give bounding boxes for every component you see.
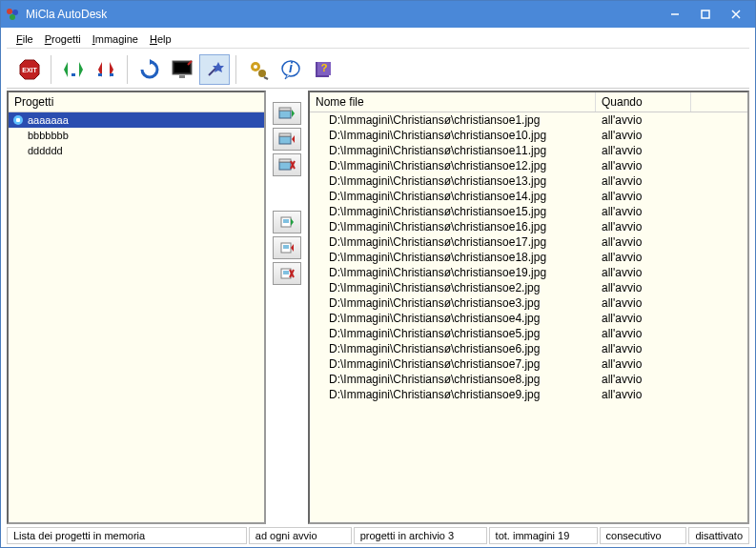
tool-gears[interactable] [243, 54, 274, 85]
close-button[interactable] [721, 4, 751, 25]
file-when: all'avvio [596, 311, 691, 326]
tool-arrows-green[interactable] [58, 54, 89, 85]
mid-btn-2[interactable] [273, 128, 301, 151]
statusbar: Lista dei progetti in memoria ad ogni av… [7, 526, 749, 545]
file-when: all'avvio [596, 265, 691, 280]
table-row[interactable]: D:\Immagini\Christiansø\christiansoe13.j… [310, 173, 747, 189]
project-item[interactable]: aaaaaaa [9, 112, 264, 128]
svg-rect-28 [279, 162, 291, 170]
tool-monitor[interactable] [167, 54, 197, 85]
menubar: File Progetti Immagine Help [7, 30, 749, 49]
file-when: all'avvio [596, 387, 691, 402]
file-when: all'avvio [596, 143, 691, 158]
file-path: D:\Immagini\Christiansø\christiansoe4.jp… [310, 311, 596, 326]
table-row[interactable]: D:\Immagini\Christiansø\christiansoe3.jp… [310, 295, 747, 311]
file-when: all'avvio [596, 189, 691, 204]
separator [51, 55, 52, 84]
minimize-button[interactable] [660, 4, 690, 25]
project-list[interactable]: aaaaaaabbbbbbbdddddd [9, 112, 264, 522]
file-when: all'avvio [596, 173, 691, 189]
svg-rect-24 [279, 111, 291, 118]
table-row[interactable]: D:\Immagini\Christiansø\christiansoe18.j… [310, 250, 747, 265]
table-row[interactable]: D:\Immagini\Christiansø\christiansoe1.jp… [310, 112, 747, 128]
projects-panel: Progetti aaaaaaabbbbbbbdddddd [7, 91, 266, 524]
gear-icon [12, 114, 24, 126]
tool-info[interactable]: i [276, 54, 306, 85]
svg-rect-33 [283, 219, 289, 223]
maximize-button[interactable] [690, 4, 721, 25]
mid-btn-5[interactable] [273, 236, 301, 259]
table-row[interactable]: D:\Immagini\Christiansø\christiansoe9.jp… [310, 387, 747, 402]
tool-help-book[interactable]: ? [308, 54, 338, 85]
status-2: ad ogni avvio [249, 527, 352, 544]
tool-refresh[interactable] [134, 54, 165, 85]
svg-text:EXIT: EXIT [22, 67, 37, 73]
tool-wand[interactable] [199, 54, 230, 85]
svg-rect-29 [279, 159, 291, 162]
file-path: D:\Immagini\Christiansø\christiansoe2.jp… [310, 280, 596, 295]
menu-file[interactable]: File [16, 33, 33, 45]
file-path: D:\Immagini\Christiansø\christiansoe15.j… [310, 204, 596, 219]
file-path: D:\Immagini\Christiansø\christiansoe18.j… [310, 250, 596, 265]
table-row[interactable]: D:\Immagini\Christiansø\christiansoe15.j… [310, 204, 747, 219]
file-path: D:\Immagini\Christiansø\christiansoe10.j… [310, 128, 596, 143]
table-row[interactable]: D:\Immagini\Christiansø\christiansoe14.j… [310, 189, 747, 204]
svg-rect-35 [283, 245, 289, 249]
file-path: D:\Immagini\Christiansø\christiansoe11.j… [310, 143, 596, 158]
svg-point-1 [12, 10, 18, 15]
col-when[interactable]: Quando [596, 92, 691, 112]
separator [127, 55, 129, 84]
table-row[interactable]: D:\Immagini\Christiansø\christiansoe8.jp… [310, 372, 747, 387]
table-row[interactable]: D:\Immagini\Christiansø\christiansoe5.jp… [310, 326, 747, 341]
file-path: D:\Immagini\Christiansø\christiansoe13.j… [310, 173, 596, 189]
projects-header: Progetti [9, 92, 264, 112]
svg-rect-11 [110, 73, 113, 76]
svg-rect-26 [279, 136, 291, 144]
project-name: bbbbbbb [28, 130, 69, 141]
mid-btn-4[interactable] [273, 211, 301, 233]
project-item[interactable]: bbbbbbb [9, 128, 264, 143]
file-when: all'avvio [596, 341, 691, 356]
svg-rect-27 [279, 133, 291, 136]
file-table[interactable]: D:\Immagini\Christiansø\christiansoe1.jp… [310, 112, 747, 522]
file-when: all'avvio [596, 219, 691, 234]
window-title: MiCla AutoDesk [26, 8, 660, 21]
col-filename[interactable]: Nome file [310, 92, 596, 112]
table-row[interactable]: D:\Immagini\Christiansø\christiansoe17.j… [310, 234, 747, 250]
file-path: D:\Immagini\Christiansø\christiansoe14.j… [310, 189, 596, 204]
file-when: all'avvio [596, 372, 691, 387]
table-row[interactable]: D:\Immagini\Christiansø\christiansoe19.j… [310, 265, 747, 280]
svg-point-23 [16, 118, 20, 122]
table-row[interactable]: D:\Immagini\Christiansø\christiansoe4.jp… [310, 311, 747, 326]
project-name: aaaaaaa [28, 114, 69, 126]
mid-btn-3[interactable] [273, 153, 301, 176]
svg-point-0 [7, 9, 12, 14]
svg-point-17 [254, 65, 257, 69]
main-window: MiCla AutoDesk File Progetti Immagine He… [0, 0, 756, 548]
table-row[interactable]: D:\Immagini\Christiansø\christiansoe6.jp… [310, 341, 747, 356]
menu-help[interactable]: Help [150, 33, 172, 45]
table-row[interactable]: D:\Immagini\Christiansø\christiansoe7.jp… [310, 356, 747, 372]
table-row[interactable]: D:\Immagini\Christiansø\christiansoe2.jp… [310, 280, 747, 295]
tool-arrows-red[interactable] [91, 54, 121, 85]
mid-btn-6[interactable] [273, 262, 301, 285]
table-row[interactable]: D:\Immagini\Christiansø\christiansoe10.j… [310, 128, 747, 143]
table-row[interactable]: D:\Immagini\Christiansø\christiansoe11.j… [310, 143, 747, 158]
mid-btn-1[interactable] [273, 102, 301, 125]
svg-rect-10 [98, 73, 102, 76]
file-path: D:\Immagini\Christiansø\christiansoe16.j… [310, 219, 596, 234]
file-path: D:\Immagini\Christiansø\christiansoe19.j… [310, 265, 596, 280]
exit-button[interactable]: EXIT [14, 54, 45, 85]
table-row[interactable]: D:\Immagini\Christiansø\christiansoe12.j… [310, 158, 747, 173]
file-path: D:\Immagini\Christiansø\christiansoe12.j… [310, 158, 596, 173]
file-when: all'avvio [596, 234, 691, 250]
table-row[interactable]: D:\Immagini\Christiansø\christiansoe16.j… [310, 219, 747, 234]
menu-immagine[interactable]: Immagine [92, 33, 138, 45]
project-item[interactable]: dddddd [9, 143, 264, 158]
svg-rect-25 [279, 108, 291, 111]
file-path: D:\Immagini\Christiansø\christiansoe8.jp… [310, 372, 596, 387]
file-when: all'avvio [596, 112, 691, 128]
file-path: D:\Immagini\Christiansø\christiansoe5.jp… [310, 326, 596, 341]
menu-progetti[interactable]: Progetti [45, 33, 81, 45]
status-6: disattivato [688, 527, 749, 544]
